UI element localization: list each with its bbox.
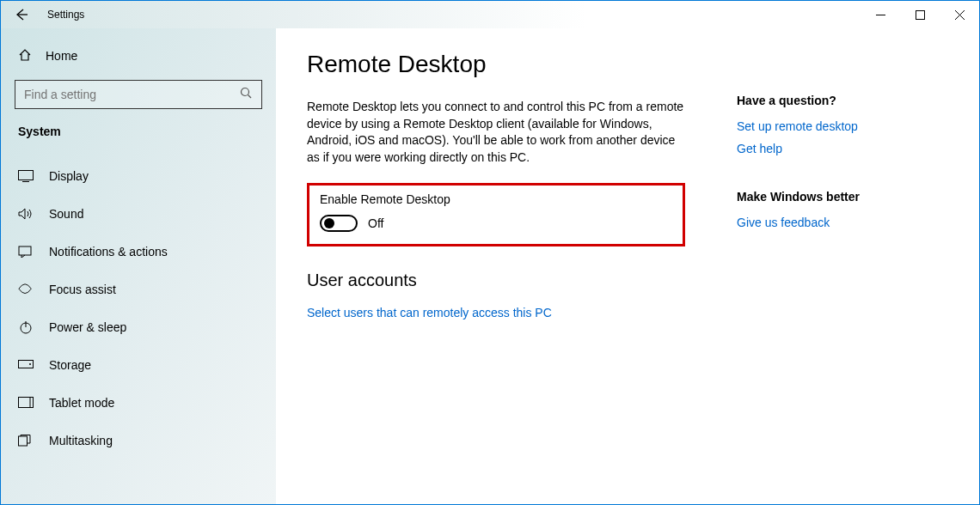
search-input[interactable] bbox=[24, 88, 222, 101]
app-title: Settings bbox=[47, 9, 84, 21]
get-help-link[interactable]: Get help bbox=[737, 142, 943, 155]
svg-rect-15 bbox=[19, 436, 28, 446]
sidebar-item-label: Storage bbox=[49, 358, 91, 372]
user-accounts-heading: User accounts bbox=[307, 271, 685, 290]
sidebar-item-label: Display bbox=[49, 169, 89, 183]
enable-remote-desktop-section: Enable Remote Desktop Off bbox=[307, 183, 685, 246]
storage-icon bbox=[18, 360, 34, 370]
multitasking-icon bbox=[18, 435, 34, 447]
sidebar-item-label: Multitasking bbox=[49, 434, 113, 447]
aside-panel: Have a question? Set up remote desktop G… bbox=[737, 51, 943, 504]
notifications-icon bbox=[18, 246, 34, 258]
svg-point-4 bbox=[242, 88, 249, 96]
search-box[interactable] bbox=[15, 80, 262, 109]
sound-icon bbox=[18, 208, 34, 220]
sidebar-item-label: Power & sleep bbox=[49, 320, 126, 334]
sidebar-item-notifications[interactable]: Notifications & actions bbox=[15, 233, 262, 271]
search-icon bbox=[240, 87, 253, 102]
tablet-mode-icon bbox=[18, 397, 34, 409]
toggle-state-label: Off bbox=[368, 216, 383, 230]
sidebar-item-label: Tablet mode bbox=[49, 396, 114, 410]
sidebar-item-label: Focus assist bbox=[49, 283, 116, 296]
sidebar: Home System Display Sound Notifications … bbox=[1, 28, 276, 504]
focus-assist-icon bbox=[18, 283, 34, 296]
select-users-link[interactable]: Select users that can remotely access th… bbox=[307, 306, 552, 319]
make-windows-better-heading: Make Windows better bbox=[737, 190, 943, 204]
svg-rect-1 bbox=[916, 10, 924, 19]
sidebar-item-label: Notifications & actions bbox=[49, 245, 168, 259]
sidebar-item-focus-assist[interactable]: Focus assist bbox=[15, 271, 262, 308]
sidebar-item-multitasking[interactable]: Multitasking bbox=[15, 422, 262, 459]
enable-remote-desktop-toggle[interactable] bbox=[320, 215, 358, 232]
back-button[interactable] bbox=[1, 1, 42, 28]
svg-rect-13 bbox=[19, 398, 34, 408]
setup-remote-desktop-link[interactable]: Set up remote desktop bbox=[737, 119, 943, 133]
display-icon bbox=[18, 170, 34, 182]
power-icon bbox=[18, 320, 34, 334]
minimize-button[interactable] bbox=[861, 1, 900, 28]
main-content: Remote Desktop Remote Desktop lets you c… bbox=[276, 28, 979, 504]
page-description: Remote Desktop lets you connect to and c… bbox=[307, 99, 685, 166]
svg-point-12 bbox=[29, 363, 31, 365]
page-title: Remote Desktop bbox=[307, 51, 685, 78]
sidebar-item-storage[interactable]: Storage bbox=[15, 346, 262, 384]
svg-line-5 bbox=[248, 95, 252, 99]
sidebar-item-tablet-mode[interactable]: Tablet mode bbox=[15, 384, 262, 422]
maximize-button[interactable] bbox=[900, 1, 940, 28]
svg-rect-8 bbox=[19, 246, 31, 255]
titlebar: Settings bbox=[1, 1, 979, 28]
home-icon bbox=[18, 48, 32, 64]
category-label: System bbox=[18, 125, 262, 138]
have-question-heading: Have a question? bbox=[737, 94, 943, 107]
enable-remote-desktop-label: Enable Remote Desktop bbox=[320, 192, 672, 206]
svg-rect-6 bbox=[19, 171, 34, 180]
sidebar-item-display[interactable]: Display bbox=[15, 157, 262, 195]
sidebar-item-sound[interactable]: Sound bbox=[15, 195, 262, 233]
give-feedback-link[interactable]: Give us feedback bbox=[737, 216, 943, 229]
home-label: Home bbox=[46, 49, 77, 63]
close-button[interactable] bbox=[940, 1, 979, 28]
sidebar-item-power-sleep[interactable]: Power & sleep bbox=[15, 308, 262, 346]
sidebar-item-label: Sound bbox=[49, 207, 83, 221]
home-nav[interactable]: Home bbox=[15, 39, 262, 73]
